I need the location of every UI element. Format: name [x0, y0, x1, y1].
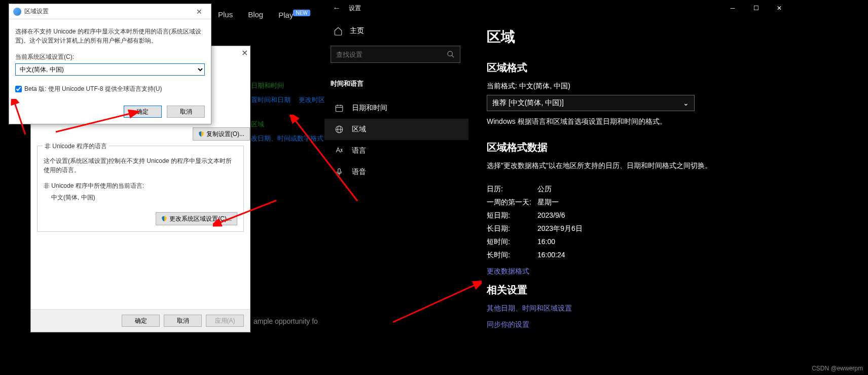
row-key: 日历: [487, 185, 537, 194]
table-row: 长时间:16:00:24 [487, 251, 781, 260]
row-value: 公历 [537, 185, 552, 194]
apply-button[interactable]: 应用(A) [206, 315, 244, 327]
background-text-fragment: ample opportunity fo [254, 317, 318, 325]
svg-line-1 [452, 55, 454, 57]
utf8-beta-label: Beta 版: 使用 Unicode UTF-8 提供全球语言支持(U) [24, 85, 162, 93]
table-row: 日历:公历 [487, 185, 781, 194]
nav-plus[interactable]: Plus [218, 10, 233, 19]
related-settings-heading: 相关设置 [487, 283, 781, 297]
row-value: 16:00 [537, 237, 555, 247]
settings-main-content: 区域 区域格式 当前格式: 中文(简体, 中国) 推荐 [中文(简体, 中国)]… [472, 16, 791, 348]
svg-rect-9 [338, 168, 341, 173]
svg-rect-2 [336, 106, 343, 112]
nav-blog[interactable]: Blog [248, 10, 263, 19]
system-locale-select[interactable]: 中文(简体, 中国) [15, 63, 205, 76]
format-data-table: 日历:公历一周的第一天:星期一短日期:2023/9/6长日期:2023年9月6日… [487, 185, 781, 260]
other-date-region-link[interactable]: 其他日期、时间和区域设置 [487, 304, 781, 313]
region-settings-dialog: 区域设置 ✕ 选择在不支持 Unicode 的程序中显示文本时所使用的语言(系统… [9, 4, 211, 124]
shield-icon [198, 131, 204, 137]
sidebar-item-language[interactable]: 语言 [324, 140, 468, 161]
search-input[interactable] [336, 51, 447, 58]
link-change-timezone[interactable]: 更改时区 [299, 96, 325, 104]
control-panel-category-links: 日期和时间 置时间和日期 更改时区 区域 改日期、时间或数字格式 [251, 81, 331, 158]
close-icon[interactable]: ✕ [192, 8, 207, 16]
cancel-button[interactable]: 取消 [167, 106, 205, 118]
group-legend: 非 Unicode 程序的语言 [43, 142, 109, 151]
category-region-heading: 区域 [251, 120, 331, 129]
globe-icon [335, 125, 344, 134]
table-row: 长日期:2023年9月6日 [487, 224, 781, 233]
row-key: 短时间: [487, 237, 537, 247]
current-format-label: 当前格式: 中文(简体, 中国) [487, 82, 781, 91]
home-icon [334, 26, 343, 36]
new-badge: NEW [293, 10, 310, 16]
table-row: 短时间:16:00 [487, 237, 781, 247]
search-icon [447, 50, 455, 58]
svg-point-0 [448, 51, 452, 56]
watermark: CSDN @ewwerpm [812, 365, 863, 372]
dialog-title: 区域设置 [24, 7, 192, 16]
region-format-heading: 区域格式 [487, 61, 781, 75]
group-description: 这个设置(系统区域设置)控制在不支持 Unicode 的程序中显示文本时所使用的… [44, 156, 237, 175]
row-value: 星期一 [537, 198, 559, 207]
microphone-icon [335, 167, 344, 177]
maximize-button[interactable]: ☐ [744, 1, 768, 16]
row-value: 2023/9/6 [537, 211, 565, 220]
format-description: Windows 根据语言和区域首选项设置日期和时间的格式。 [487, 117, 781, 126]
minimize-button[interactable]: ─ [721, 1, 744, 16]
settings-titlebar: ← 设置 ─ ☐ ✕ [324, 0, 791, 16]
page-title: 区域 [487, 27, 781, 47]
language-icon [335, 146, 344, 155]
sync-settings-link[interactable]: 同步你的设置 [487, 320, 781, 329]
row-key: 长时间: [487, 251, 537, 260]
row-value: 16:00:24 [537, 251, 565, 260]
current-language-label: 非 Unicode 程序中所使用的当前语言: [44, 182, 237, 190]
settings-sidebar: 主页 时间和语言 日期和时间 区域 语言 语音 [324, 16, 472, 348]
table-row: 短日期:2023/9/6 [487, 211, 781, 220]
shield-icon [161, 216, 167, 222]
ok-button[interactable]: 确定 [124, 106, 162, 118]
change-system-locale-button[interactable]: 更改系统区域设置(C)... [156, 212, 237, 225]
sidebar-item-region[interactable]: 区域 [324, 119, 468, 140]
region-format-combobox[interactable]: 推荐 [中文(简体, 中国)] ⌄ [487, 95, 695, 111]
sidebar-item-speech[interactable]: 语音 [324, 161, 468, 183]
dialog-button-bar: 确定 取消 应用(A) [31, 309, 250, 332]
category-datetime-heading: 日期和时间 [251, 81, 331, 90]
row-key: 短日期: [487, 211, 537, 220]
globe-icon [13, 8, 21, 16]
close-icon[interactable]: ✕ [241, 48, 248, 58]
sidebar-home[interactable]: 主页 [324, 21, 468, 41]
nav-play[interactable]: PlayNEW [278, 10, 310, 19]
window-title: 设置 [349, 4, 721, 13]
link-set-datetime[interactable]: 置时间和日期 [251, 96, 291, 104]
data-description: 选择"更改数据格式"以在地区所支持的日历、日期和时间格式之间切换。 [487, 161, 781, 171]
dialog-titlebar: 区域设置 ✕ [9, 4, 211, 19]
region-format-data-heading: 区域格式数据 [487, 141, 781, 154]
background-browser-nav: Plus Blog PlayNEW [218, 10, 310, 19]
calendar-icon [335, 104, 344, 113]
current-locale-label: 当前系统区域设置(C): [15, 53, 205, 61]
settings-search[interactable] [331, 46, 460, 63]
copy-settings-button[interactable]: 复制设置(O)... [193, 127, 250, 141]
cancel-button[interactable]: 取消 [164, 315, 202, 327]
link-change-formats[interactable]: 改日期、时间或数字格式 [251, 134, 323, 142]
ok-button[interactable]: 确定 [122, 315, 160, 327]
row-value: 2023年9月6日 [537, 224, 583, 233]
back-button[interactable]: ← [324, 4, 349, 13]
change-data-format-link[interactable]: 更改数据格式 [487, 267, 781, 276]
row-key: 一周的第一天: [487, 198, 537, 207]
utf8-beta-checkbox[interactable] [15, 86, 22, 92]
windows-settings-app: ← 设置 ─ ☐ ✕ 主页 时间和语言 日期和时间 区域 [324, 0, 791, 348]
row-key: 长日期: [487, 224, 537, 233]
dialog-description: 选择在不支持 Unicode 的程序中显示文本时所使用的语言(系统区域设置)。这… [15, 27, 205, 45]
close-button[interactable]: ✕ [768, 1, 791, 16]
chevron-down-icon: ⌄ [683, 99, 689, 107]
sidebar-item-datetime[interactable]: 日期和时间 [324, 97, 468, 119]
table-row: 一周的第一天:星期一 [487, 198, 781, 207]
non-unicode-group: 非 Unicode 程序的语言 这个设置(系统区域设置)控制在不支持 Unico… [37, 146, 244, 232]
sidebar-section-time-language: 时间和语言 [324, 73, 468, 97]
current-language-value: 中文(简体, 中国) [44, 193, 237, 202]
